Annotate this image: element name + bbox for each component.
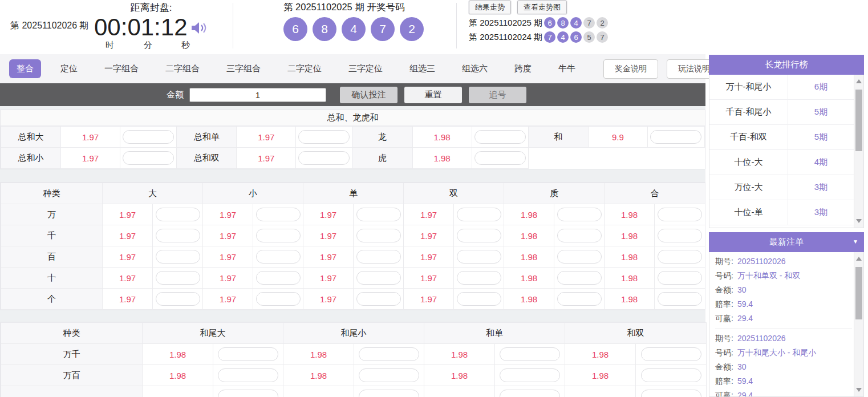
- row-label: 万千: [1, 344, 143, 365]
- tab-zhenghe[interactable]: 整合: [9, 59, 41, 78]
- scroll-down-icon[interactable]: [856, 388, 862, 392]
- tab-niuniu[interactable]: 牛牛: [551, 59, 583, 78]
- bet-input[interactable]: [474, 130, 526, 144]
- bet-input[interactable]: [356, 292, 401, 306]
- result-trend-button[interactable]: 结果走势: [469, 1, 511, 14]
- order-issue-label: 期号:: [715, 331, 733, 346]
- bet-input[interactable]: [156, 208, 200, 221]
- tab-kuadu[interactable]: 跨度: [507, 59, 539, 78]
- bet-input[interactable]: [218, 368, 278, 382]
- bet-input[interactable]: [641, 368, 701, 382]
- bet-input-cell: [213, 365, 283, 386]
- bet-input[interactable]: [298, 151, 350, 165]
- bet-input-cell: [495, 344, 565, 365]
- bet-input[interactable]: [641, 390, 701, 397]
- odds-value: 1.98: [424, 344, 495, 365]
- scroll-up-icon[interactable]: [856, 79, 862, 83]
- tab-yizi-zuhe[interactable]: 一字组合: [97, 59, 146, 78]
- reset-button[interactable]: 重置: [404, 87, 462, 103]
- scroll-down-icon[interactable]: [856, 219, 862, 223]
- table-row: 万百 1.98 1.98 1.98 1.98: [1, 365, 707, 386]
- scroll-up-icon[interactable]: [856, 257, 862, 261]
- tab-erzi-zuhe[interactable]: 二字组合: [158, 59, 207, 78]
- bet-input[interactable]: [474, 151, 526, 165]
- bet-input[interactable]: [658, 292, 702, 306]
- bet-input[interactable]: [156, 250, 200, 264]
- bet-input[interactable]: [356, 208, 401, 221]
- bet-input[interactable]: [256, 229, 301, 242]
- tab-zuxuan-liu[interactable]: 组选六: [455, 59, 495, 78]
- dragon-ranking-panel: 长龙排行榜 万十-和尾小 6期 千百-和尾小 5期 千百-和双 5期 十位-大 …: [709, 55, 864, 228]
- bet-input[interactable]: [256, 271, 301, 285]
- history-ball: 8: [557, 17, 569, 29]
- speaker-icon[interactable]: [190, 21, 208, 38]
- odds-value: 1.97: [303, 204, 354, 225]
- prize-info-button[interactable]: 奖金说明: [603, 59, 658, 79]
- bet-input[interactable]: [218, 390, 278, 397]
- bet-input-cell: [253, 289, 303, 310]
- odds-value: 1.97: [103, 204, 153, 225]
- play-mode-tab-bar: 整合 定位 一字组合 二字组合 三字组合 二字定位 三字定位 组选三 组选六 跨…: [0, 54, 705, 83]
- bet-input-cell: [554, 268, 605, 289]
- bet-input[interactable]: [156, 292, 200, 306]
- table-row: 万千 1.98 1.98 1.98 1.98: [1, 344, 707, 365]
- bet-input[interactable]: [356, 250, 401, 264]
- bet-input[interactable]: [156, 271, 200, 285]
- bet-input[interactable]: [557, 271, 602, 285]
- bet-input[interactable]: [457, 271, 501, 285]
- bet-input[interactable]: [557, 250, 602, 264]
- orders-panel-header: 最新注单 ▼: [709, 232, 864, 252]
- bet-input[interactable]: [298, 130, 350, 144]
- order-amount-value: 30: [737, 360, 747, 374]
- bet-input[interactable]: [457, 250, 501, 264]
- view-trend-chart-button[interactable]: 查看走势图: [517, 1, 567, 14]
- odds-value: 1.98: [412, 127, 472, 148]
- bet-input-cell: [354, 365, 424, 386]
- tab-sanzi-dingwei[interactable]: 三字定位: [341, 59, 390, 78]
- bet-input[interactable]: [457, 229, 501, 242]
- bet-input[interactable]: [457, 208, 501, 221]
- bet-input[interactable]: [557, 208, 602, 221]
- bet-input[interactable]: [359, 390, 419, 397]
- amount-input[interactable]: [189, 88, 326, 102]
- bet-input[interactable]: [650, 130, 701, 144]
- bet-input[interactable]: [457, 292, 501, 306]
- tab-erzi-dingwei[interactable]: 二字定位: [280, 59, 329, 78]
- bet-input[interactable]: [557, 229, 602, 242]
- bet-input[interactable]: [500, 347, 560, 361]
- scrollbar-thumb[interactable]: [855, 267, 862, 319]
- bet-input[interactable]: [359, 368, 419, 382]
- tab-zuxuan-san[interactable]: 组选三: [402, 59, 443, 78]
- bet-input[interactable]: [356, 271, 401, 285]
- scrollbar-thumb[interactable]: [855, 90, 862, 151]
- orders-scrollbar[interactable]: [854, 252, 863, 396]
- row-label: [1, 386, 143, 397]
- dragon-scrollbar[interactable]: [854, 75, 863, 228]
- bet-input[interactable]: [256, 208, 301, 221]
- caret-down-icon[interactable]: ▼: [853, 238, 858, 245]
- bet-input[interactable]: [500, 368, 560, 382]
- bet-input[interactable]: [658, 271, 702, 285]
- chase-number-button[interactable]: 追号: [469, 87, 526, 103]
- bet-input[interactable]: [658, 208, 702, 221]
- bet-input[interactable]: [123, 151, 174, 165]
- confirm-bet-button[interactable]: 确认投注: [340, 87, 398, 103]
- column-header: 种类: [1, 183, 103, 204]
- bet-input[interactable]: [356, 229, 401, 242]
- sidebar: 长龙排行榜 万十-和尾小 6期 千百-和尾小 5期 千百-和双 5期 十位-大 …: [709, 55, 864, 397]
- bet-input[interactable]: [256, 292, 301, 306]
- bet-input[interactable]: [123, 130, 174, 144]
- bet-input[interactable]: [557, 292, 602, 306]
- bet-input[interactable]: [218, 347, 278, 361]
- bet-input[interactable]: [641, 347, 701, 361]
- tab-sanzi-zuhe[interactable]: 三字组合: [219, 59, 268, 78]
- order-amount-label: 金额:: [715, 360, 733, 374]
- bet-input[interactable]: [256, 250, 301, 264]
- bet-input[interactable]: [500, 390, 560, 397]
- odds-value: 1.97: [404, 225, 454, 246]
- tab-dingwei[interactable]: 定位: [53, 59, 85, 78]
- bet-input[interactable]: [658, 229, 702, 242]
- bet-input[interactable]: [359, 347, 419, 361]
- bet-input[interactable]: [658, 250, 702, 264]
- bet-input[interactable]: [156, 229, 200, 242]
